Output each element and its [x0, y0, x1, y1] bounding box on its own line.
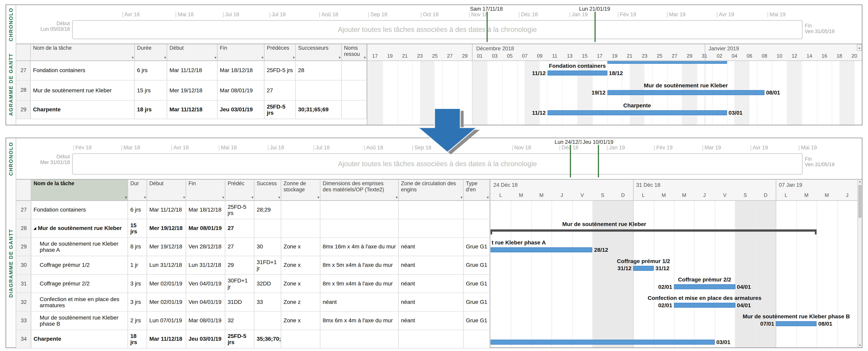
row-number-cell[interactable]: 33 — [16, 312, 31, 330]
table-cell[interactable] — [320, 201, 399, 219]
table-cell[interactable] — [399, 201, 464, 219]
column-header[interactable]: Successeurs▾ — [296, 44, 342, 61]
row-number-cell[interactable]: 32 — [16, 293, 31, 312]
table-cell[interactable]: 6 jrs — [128, 201, 147, 219]
table-cell[interactable]: 29 — [225, 256, 254, 275]
column-header[interactable]: Dur▾ — [128, 180, 147, 201]
table-cell[interactable]: 27 — [225, 219, 254, 238]
table-cell[interactable]: 1 jr — [128, 256, 147, 275]
table-cell[interactable] — [254, 312, 281, 330]
table-cell[interactable]: Lun 31/12/18 — [186, 256, 225, 275]
column-header[interactable]: Type d'en▾ — [464, 180, 490, 201]
table-cell[interactable]: 25FD-5 jrs — [225, 330, 254, 349]
table-cell[interactable]: Grue G1 — [464, 275, 490, 293]
scrollbar-thumb[interactable] — [859, 185, 861, 218]
table-cell[interactable] — [342, 81, 367, 101]
table-cell[interactable]: Lun 31/12/18 — [147, 256, 186, 275]
task-bar[interactable] — [490, 247, 592, 252]
table-cell[interactable]: 3 jrs — [128, 293, 147, 312]
table-cell[interactable]: Confection et mise en place des armature… — [31, 293, 128, 312]
table-cell[interactable]: Ven 28/12/18 — [186, 238, 225, 256]
table-cell[interactable]: Mar 11/12/18 — [167, 100, 218, 119]
table-cell[interactable]: Zone z — [281, 293, 320, 312]
table-cell[interactable]: 18 jrs — [128, 330, 147, 349]
table-cell[interactable]: Lun 07/01/19 — [147, 312, 186, 330]
table-cell[interactable]: Grue G1 — [464, 256, 490, 275]
row-number-cell[interactable]: 28 — [16, 219, 31, 238]
filter-dropdown-icon[interactable]: ▾ — [132, 55, 134, 60]
table-cell[interactable] — [399, 219, 464, 238]
table-cell[interactable]: 32 — [225, 312, 254, 330]
scroll-down-icon[interactable]: ▼ — [858, 344, 862, 347]
table-cell[interactable] — [254, 219, 281, 238]
column-header[interactable]: Fin▾ — [186, 180, 225, 201]
table-cell[interactable] — [320, 219, 399, 238]
table-cell[interactable]: Mur de soutènement rue Kleber — [31, 81, 135, 101]
table-cell[interactable] — [464, 330, 490, 349]
table-cell[interactable]: Mer 19/12/18 — [147, 238, 186, 256]
column-header[interactable]: Noms ressou▾ — [342, 44, 367, 61]
table-cell[interactable] — [281, 330, 320, 349]
row-number-cell[interactable]: 30 — [16, 256, 31, 275]
table-cell[interactable]: 8m x 9m x4m à l'axe du mur — [320, 275, 399, 293]
filter-dropdown-icon[interactable]: ▾ — [214, 55, 216, 60]
column-header[interactable]: Durée▾ — [135, 44, 167, 61]
row-number-cell[interactable]: 29 — [16, 238, 31, 256]
row-number-cell[interactable]: 29 — [16, 100, 31, 119]
table-cell[interactable]: 31FD+1 jr — [254, 256, 281, 275]
filter-dropdown-icon[interactable]: ▾ — [364, 55, 366, 60]
filter-dropdown-icon[interactable]: ▾ — [396, 195, 398, 200]
table-cell[interactable]: néant — [399, 238, 464, 256]
table-cell[interactable] — [464, 201, 490, 219]
row-number-cell[interactable]: 31 — [16, 275, 31, 293]
table-cell[interactable] — [296, 81, 342, 101]
task-bar[interactable] — [607, 90, 765, 95]
table-cell[interactable]: 27 — [265, 81, 296, 101]
table-cell[interactable]: néant — [320, 293, 399, 312]
table-cell[interactable] — [281, 201, 320, 219]
column-header[interactable]: Success▾ — [254, 180, 281, 201]
task-bar[interactable] — [548, 70, 607, 76]
filter-dropdown-icon[interactable]: ▾ — [293, 55, 295, 60]
filter-dropdown-icon[interactable]: ▾ — [461, 195, 463, 200]
scroll-up-icon[interactable]: ▲ — [858, 180, 862, 183]
filter-dropdown-icon[interactable]: ▾ — [222, 195, 224, 200]
filter-dropdown-icon[interactable]: ▾ — [183, 195, 185, 200]
table-cell[interactable]: néant — [399, 312, 464, 330]
table-cell[interactable]: Zone x — [281, 238, 320, 256]
column-header[interactable]: Nom de la tâche▾ — [31, 180, 128, 201]
filter-dropdown-icon[interactable]: ▾ — [261, 55, 264, 60]
task-bar[interactable] — [776, 321, 817, 326]
vertical-scrollbar[interactable]: ▲ ▼ — [857, 180, 862, 347]
filter-dropdown-icon[interactable]: ▾ — [487, 195, 489, 200]
column-header[interactable]: Zone de circulation des engins▾ — [399, 180, 464, 201]
table-cell[interactable]: 18 jrs — [135, 100, 167, 119]
table-cell[interactable] — [399, 330, 464, 349]
table-cell[interactable]: Mar 08/01/19 — [186, 312, 225, 330]
table-cell[interactable]: Mur de soutènement rue Kleber phase B — [31, 312, 128, 330]
table-cell[interactable]: néant — [399, 275, 464, 293]
table-cell[interactable]: 30;31;65;69 — [296, 100, 342, 119]
table-cell[interactable]: 27 — [225, 238, 254, 256]
task-bar[interactable] — [490, 340, 715, 345]
task-bar[interactable] — [633, 266, 654, 271]
table-cell[interactable]: 28;29 — [254, 201, 281, 219]
table-cell[interactable]: Grue G1 — [464, 293, 490, 312]
table-cell[interactable]: 8 jrs — [128, 238, 147, 256]
column-header[interactable]: Prédéc▾ — [225, 180, 254, 201]
table-cell[interactable]: Mer 19/12/18 — [167, 81, 218, 101]
chart-scrollbar-up[interactable]: ▲ — [857, 44, 862, 51]
table-cell[interactable] — [320, 330, 399, 349]
filter-dropdown-icon[interactable]: ▾ — [144, 195, 146, 200]
table-cell[interactable]: Zone x — [281, 312, 320, 330]
table-cell[interactable]: 33 — [254, 293, 281, 312]
table-cell[interactable]: 8mx 6m x 4m à l'axe du mur — [320, 312, 399, 330]
timeline-add-tasks-box[interactable]: Ajouter toutes les tâches associées à de… — [72, 20, 803, 39]
table-cell[interactable]: Mar 18/12/18 — [218, 61, 265, 81]
table-cell[interactable]: Fondation containers — [31, 61, 135, 81]
table-cell[interactable]: ◢Mur de soutènement rue Kleber — [31, 219, 128, 238]
table-cell[interactable]: Fondation containers — [31, 201, 128, 219]
table-cell[interactable]: 6 jrs — [135, 61, 167, 81]
table-cell[interactable]: Mar 11/12/18 — [167, 61, 218, 81]
table-cell[interactable]: Grue G1 — [464, 312, 490, 330]
